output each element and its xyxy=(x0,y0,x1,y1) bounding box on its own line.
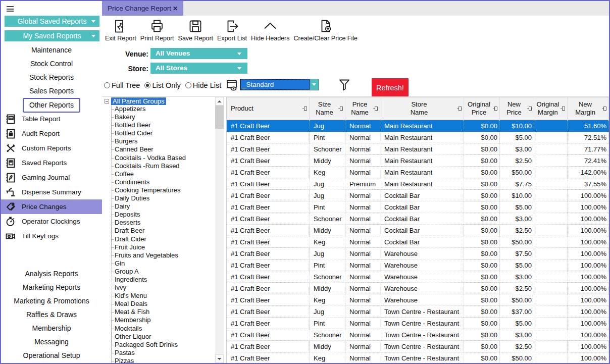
hamburger-menu-icon[interactable] xyxy=(7,6,14,12)
table-row[interactable]: #1 Craft BeerPintNormalCocktail Bar$0.00… xyxy=(227,201,609,213)
refresh-button[interactable]: Refresh! xyxy=(372,78,409,97)
table-row[interactable]: #1 Craft BeerSchoonerNormalTown Centre -… xyxy=(227,329,609,341)
table-row[interactable]: #1 Craft BeerMiddyNormalTown Centre - Re… xyxy=(227,341,609,352)
tree-item[interactable]: Packaged Soft Drinks xyxy=(112,341,215,349)
radio-hide-list[interactable]: Hide List xyxy=(185,81,221,89)
tree-item[interactable]: Daily Duties xyxy=(112,194,215,202)
tree-item[interactable]: Membership xyxy=(112,316,215,324)
list-visibility-icon[interactable] xyxy=(226,79,238,93)
column-header-new-margin[interactable]: New Margin xyxy=(568,97,609,120)
table-row[interactable]: #1 Craft BeerPintNormalTown Centre - Res… xyxy=(227,318,609,329)
sidebar-item-gaming-journal[interactable]: Gaming Journal xyxy=(1,170,102,185)
column-pin-icon[interactable] xyxy=(494,107,497,111)
tree-item[interactable]: Burgers xyxy=(112,137,215,145)
store-dropdown[interactable]: All Stores xyxy=(150,63,247,74)
sidebar-item-analysis-reports[interactable]: Analysis Reports xyxy=(1,267,102,281)
toolbar-button-export-list[interactable]: Export List xyxy=(215,18,249,42)
sidebar-item-other-reports[interactable]: Other Reports xyxy=(1,98,102,112)
tree-item[interactable]: Ingredients xyxy=(112,276,215,284)
tree-root-row[interactable]: All Parent Groups xyxy=(103,97,215,105)
sidebar-item-sales-reports[interactable]: Sales Reports xyxy=(1,84,102,98)
tree-item[interactable]: Cooking Temperatures xyxy=(112,186,215,194)
column-header-size-name[interactable]: Size Name xyxy=(310,97,345,120)
tree-item[interactable]: Pastas xyxy=(112,349,215,357)
sidebar-item-table-report[interactable]: Table Report xyxy=(1,112,102,126)
sidebar-item-stock-control[interactable]: Stock Control xyxy=(1,57,102,71)
column-pin-icon[interactable] xyxy=(562,107,565,111)
sidebar-item-maintenance[interactable]: Maintenance xyxy=(1,43,102,57)
column-header-product[interactable]: Product xyxy=(227,97,310,120)
scroll-down-icon[interactable] xyxy=(215,354,224,363)
table-row[interactable]: #1 Craft BeerSchoonerNormalMain Restaura… xyxy=(227,143,609,155)
tree-item[interactable]: Cocktails -Rum Based xyxy=(112,162,215,170)
sidebar-item-raffles-draws[interactable]: Raffles & Draws xyxy=(1,308,102,322)
radio-full-tree[interactable]: Full Tree xyxy=(104,81,140,89)
table-row[interactable]: #1 Craft BeerMiddyNormalWarehouse$0.00$2… xyxy=(227,283,609,294)
table-row[interactable]: #1 Craft BeerJugNormalMain Restaurant$0.… xyxy=(227,120,609,132)
sidebar-item-operational-setup[interactable]: Operational Setup xyxy=(1,349,102,362)
sidebar-item-marketing-reports[interactable]: Marketing Reports xyxy=(1,281,102,294)
collapse-icon[interactable] xyxy=(105,99,109,103)
column-header-original-price[interactable]: Original Price xyxy=(464,97,500,120)
tree-item[interactable]: Desserts xyxy=(112,219,215,227)
filter-funnel-icon[interactable] xyxy=(338,78,350,93)
table-row[interactable]: #1 Craft BeerJugNormalTown Centre - Rest… xyxy=(227,306,609,318)
table-row[interactable]: #1 Craft BeerJugNormalWarehouse$0.00$7.5… xyxy=(227,248,609,259)
tree-item[interactable]: Dairy xyxy=(112,202,215,211)
report-style-combobox[interactable]: _Standard xyxy=(240,79,319,90)
table-row[interactable]: #1 Craft BeerSchoonerNormalWarehouse$0.0… xyxy=(227,271,609,283)
column-pin-icon[interactable] xyxy=(304,107,307,111)
tree-item[interactable]: Kid's Menu xyxy=(112,292,215,300)
table-row[interactable]: #1 Craft BeerKegNormalWarehouse$0.00$50.… xyxy=(227,294,609,306)
tree-item[interactable]: Pizzas xyxy=(112,357,215,363)
tree-item[interactable]: Coffee xyxy=(112,170,215,178)
table-row[interactable]: #1 Craft BeerKegNormalMain Restaurant$0.… xyxy=(227,167,609,178)
sidebar-item-till-keylogs[interactable]: Till KeyLogs xyxy=(1,229,102,243)
column-pin-icon[interactable] xyxy=(340,107,343,111)
toolbar-button-hide-headers[interactable]: Hide Headers xyxy=(249,18,291,42)
tree-item[interactable]: Cocktails - Vodka Based xyxy=(112,154,215,162)
sidebar-item-price-changes[interactable]: Price Changes xyxy=(1,199,102,214)
chevron-down-icon[interactable] xyxy=(310,79,319,90)
tree-item[interactable]: Draft Beer xyxy=(112,227,215,235)
scrollbar-thumb[interactable] xyxy=(215,106,224,129)
tree-item[interactable]: Gin xyxy=(112,259,215,268)
tree-item[interactable]: Other Liquor xyxy=(112,333,215,341)
column-header-original-margin[interactable]: Original Margin xyxy=(534,97,568,120)
tab-close-icon[interactable]: ✕ xyxy=(173,5,178,12)
sidebar-item-custom-reports[interactable]: Custom Reports xyxy=(1,141,102,155)
sidebar-item-operator-clockings[interactable]: Operator Clockings xyxy=(1,214,102,229)
toolbar-button-print-report[interactable]: Print Report xyxy=(138,18,176,42)
column-header-new-price[interactable]: New Price xyxy=(500,97,534,120)
tree-item[interactable]: Appetizers xyxy=(112,105,215,113)
sidebar-item-membership[interactable]: Membership xyxy=(1,322,102,335)
sidebar-item-dispense-summary[interactable]: Dispense Summary xyxy=(1,185,102,199)
saved-reports-dropdown[interactable]: Global Saved Reports xyxy=(5,16,99,27)
tree-item[interactable]: Bakery xyxy=(112,113,215,121)
table-row[interactable]: #1 Craft BeerKegNormalTown Centre - Rest… xyxy=(227,352,609,363)
tree-item[interactable]: Ivvy xyxy=(112,284,215,292)
toolbar-button-create-clear-price-file[interactable]: Create/Clear Price File xyxy=(292,18,360,42)
tree-item[interactable]: Canned Beer xyxy=(112,145,215,153)
sidebar-item-audit-report[interactable]: Audit Report xyxy=(1,126,102,141)
tree-item[interactable]: Deposits xyxy=(112,211,215,219)
tree-item[interactable]: Group A xyxy=(112,268,215,276)
column-pin-icon[interactable] xyxy=(529,107,532,111)
column-header-store-name[interactable]: Store Name xyxy=(380,97,464,120)
table-row[interactable]: #1 Craft BeerSchoonerNormalCocktail Bar$… xyxy=(227,213,609,225)
tree-item[interactable]: Meat & Fish xyxy=(112,308,215,316)
sidebar-item-saved-reports[interactable]: Saved Reports xyxy=(1,155,102,170)
table-row[interactable]: #1 Craft BeerMiddyNormalMain Restaurant$… xyxy=(227,155,609,167)
radio-list-only[interactable]: List Only xyxy=(144,81,180,89)
column-pin-icon[interactable] xyxy=(603,107,606,111)
scroll-up-icon[interactable] xyxy=(215,97,224,106)
column-header-price-name[interactable]: Price Name xyxy=(345,97,380,120)
sidebar-item-messaging[interactable]: Messaging xyxy=(1,335,102,349)
sidebar-item-marketing-promotions[interactable]: Marketing & Promotions xyxy=(1,294,102,308)
column-pin-icon[interactable] xyxy=(459,107,462,111)
table-row[interactable]: #1 Craft BeerJugNormalCocktail Bar$0.00$… xyxy=(227,190,609,201)
toolbar-button-save-report[interactable]: Save Report xyxy=(176,18,215,42)
venue-dropdown[interactable]: All Venues xyxy=(150,48,247,59)
table-row[interactable]: #1 Craft BeerMiddyNormalCocktail Bar$0.0… xyxy=(227,225,609,236)
table-row[interactable]: #1 Craft BeerPintNormalWarehouse$0.00$5.… xyxy=(227,259,609,271)
